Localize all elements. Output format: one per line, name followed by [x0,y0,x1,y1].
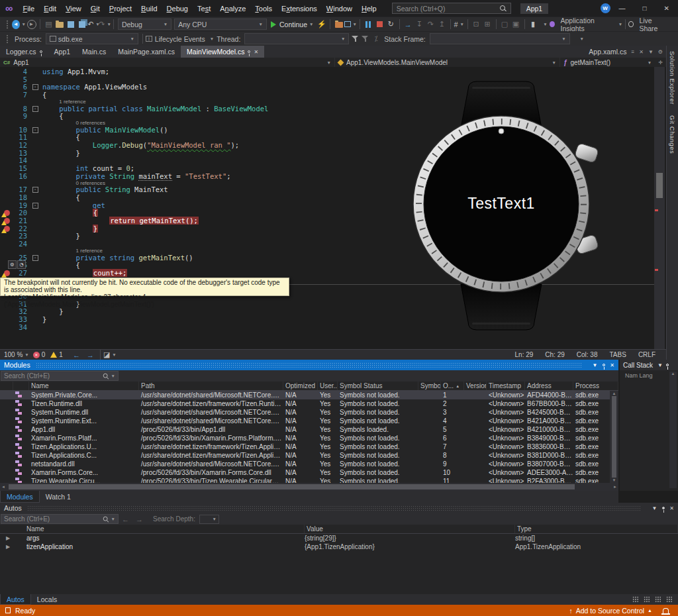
new-project-icon[interactable]: ▤ [43,19,54,30]
fold-marker-icon[interactable]: - [32,255,38,261]
breakpoint-gutter[interactable] [0,105,13,113]
keep-open-icon[interactable]: ≡ [632,49,635,55]
step-into-icon[interactable]: ↧ [414,19,425,30]
column-header-process[interactable]: Process [573,382,618,390]
menu-file[interactable]: File [18,5,39,13]
breakpoint-gutter[interactable] [0,270,13,278]
breakpoint-gutter[interactable] [0,225,13,233]
breakpoint-gutter[interactable] [0,68,13,76]
tab-app-xaml-cs[interactable]: App.xaml.cs [589,48,626,56]
flagged-threads-filter-icon[interactable] [362,35,369,42]
module-row[interactable]: System.Runtime.Ext.../usr/share/dotnet/s… [0,417,618,425]
hot-reload-icon[interactable]: ⚡ [316,19,327,30]
suspend-threads-icon[interactable]: ⁒ [370,33,381,45]
menu-project[interactable]: Project [105,5,136,13]
solution-platform-dropdown[interactable]: Any CPU▼ [174,19,267,30]
breakpoint-gutter[interactable] [0,202,13,210]
module-row[interactable]: System.Private.Core.../usr/share/dotnet/… [0,391,618,399]
variable-row[interactable]: ▶args{string[29]}string[] [0,534,678,542]
column-header-symbol-status[interactable]: Symbol Status [338,382,418,390]
window-position-chevron-icon[interactable]: ▼ [652,505,657,511]
close-icon[interactable]: ✕ [639,49,644,55]
column-header-name[interactable]: Name [29,382,139,390]
column-header-address[interactable]: Address [525,382,573,390]
expand-arrow-icon[interactable]: ▶ [0,544,16,550]
zoom-dropdown[interactable]: 100 % [4,351,23,358]
column-header-path[interactable]: Path [139,382,283,390]
toolbar-grip[interactable] [6,20,9,29]
module-row[interactable]: Tizen.Applications.C.../usr/share/dotnet… [0,451,618,460]
close-icon[interactable]: ✕ [610,362,614,368]
stack-frame-dropdown[interactable]: ▼ [430,33,570,44]
minimize-button[interactable]: — [610,5,634,12]
breakpoint-gutter[interactable] [0,194,13,202]
dock-layout-icon[interactable] [655,596,661,603]
toolbar-grip[interactable] [6,34,9,44]
code-changes-icon[interactable]: #▼ [454,19,465,30]
column-header-optimized[interactable]: Optimized [283,382,318,390]
call-stack-columns[interactable]: Nam Lang [625,372,653,379]
breakpoint-warning-icon[interactable] [4,270,10,276]
column-header-name[interactable]: Name [0,525,305,533]
gear-icon[interactable]: ⚙ [8,260,17,269]
column-header-version[interactable]: Version [464,382,487,390]
search-depth-dropdown[interactable]: ▼ [199,515,219,524]
autos-search-box[interactable]: ▼ [1,514,119,524]
step-over-icon[interactable]: ↷ [425,19,436,30]
step-out-icon[interactable]: ↥ [436,19,448,30]
filter-icon[interactable] [352,35,359,42]
thread-dropdown[interactable]: ▼ [244,33,349,44]
process-dropdown[interactable]: sdb.exe▼ [46,33,138,44]
breakpoint-gutter[interactable] [0,134,13,142]
modules-title-bar[interactable]: Modules ▼ ✕ [0,360,618,370]
menu-git[interactable]: Git [86,5,105,13]
menu-build[interactable]: Build [136,5,162,13]
breakpoint-gutter[interactable] [0,186,13,194]
menu-window[interactable]: Window [322,5,357,13]
attach-process-icon[interactable] [333,19,344,30]
window-position-chevron-icon[interactable]: ▼ [592,362,597,368]
close-icon[interactable]: ✕ [254,49,258,55]
breakpoint-gutter[interactable] [0,316,13,324]
side-tab-solution-explorer[interactable]: Solution Explorer [669,46,676,110]
modules-column-headers[interactable]: NamePathOptimizedUser...Symbol StatusSym… [0,382,618,391]
modules-horizontal-scrollbar[interactable]: ◄► [0,483,618,491]
user-avatar[interactable]: W [601,3,610,13]
type-dropdown[interactable]: App1.ViewModels.MainViewModel▼ [334,58,559,67]
split-window-icon[interactable]: ✛ [655,58,666,67]
lifecycle-events-dropdown[interactable]: Lifecycle Events [155,35,205,43]
panel-tab-locals[interactable]: Locals [31,594,63,605]
pin-icon[interactable] [603,364,605,366]
breakpoint-export-icon[interactable]: ◔ [17,260,26,269]
menu-edit[interactable]: Edit [39,5,61,13]
navigate-forward-icon[interactable]: → [83,351,97,359]
breakpoint-gutter[interactable] [0,217,13,225]
breakpoint-warning-icon[interactable] [4,218,10,224]
fold-marker-icon[interactable]: - [32,127,38,133]
chevron-down-icon[interactable]: ▼ [657,362,663,368]
navigate-backward-icon[interactable]: ← [70,351,83,359]
search-next-icon[interactable]: → [132,515,146,523]
menu-debug[interactable]: Debug [162,5,193,13]
panel-tab-autos[interactable]: Autos [0,594,31,605]
column-header-o-[interactable]: O...▲ [441,382,464,390]
restart-icon[interactable]: ↻ [385,19,397,30]
menu-help[interactable]: Help [357,5,381,13]
pause-icon[interactable] [363,19,374,30]
navigate-forward-icon[interactable]: ► [26,19,37,30]
navigate-symbols-icon[interactable]: ⊞ [482,19,493,30]
fold-marker-icon[interactable]: - [32,106,38,112]
pin-icon[interactable] [248,50,250,53]
menu-test[interactable]: Test [193,5,215,13]
save-icon[interactable] [66,19,77,30]
scrollbar-thumb[interactable] [656,173,663,198]
breakpoint-gutter[interactable] [0,240,13,248]
column-header-value[interactable]: Value [305,525,515,533]
window-layout2-icon[interactable]: ▣ [510,19,522,30]
panel-tab-watch-1[interactable]: Watch 1 [40,491,77,503]
solution-configuration-dropdown[interactable]: Debug▼ [118,19,171,30]
module-row[interactable]: Tizen.Applications.U.../usr/share/dotnet… [0,442,618,451]
autos-title-bar[interactable]: Autos ▼ ✕ [0,503,678,513]
module-row[interactable]: App1.dll/proc/5026/fd/33/bin/App1.dllN/A… [0,425,618,434]
breakpoint-gutter[interactable] [0,308,13,316]
